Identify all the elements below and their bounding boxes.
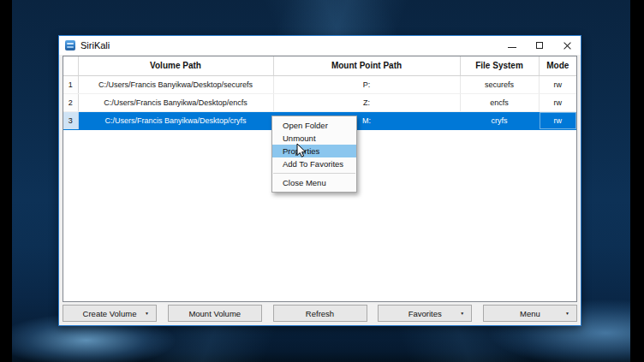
volume-path-cell[interactable]: C:/Users/Francis Banyikwa/Desktop/cryfs (78, 111, 273, 129)
create-volume-label: Create Volume (83, 309, 137, 318)
menu-item-unmount[interactable]: Unmount (272, 132, 356, 145)
file-system-cell[interactable]: encfs (460, 93, 539, 111)
chevron-down-icon: ▼ (145, 312, 149, 316)
bottom-button-row: Create Volume ▼ Mount Volume Refresh Fav… (63, 305, 577, 323)
column-header-volume-path[interactable]: Volume Path (78, 56, 273, 75)
maximize-button[interactable] (526, 36, 553, 55)
minimize-button[interactable] (498, 36, 526, 55)
table-row[interactable]: 2 C:/Users/Francis Banyikwa/Desktop/encf… (63, 93, 576, 111)
volume-path-cell[interactable]: C:/Users/Francis Banyikwa/Desktop/secure… (78, 75, 273, 93)
close-icon (564, 42, 571, 50)
mount-volume-button[interactable]: Mount Volume (168, 305, 262, 322)
row-number: 1 (63, 75, 78, 93)
mode-cell[interactable]: rw (539, 93, 576, 111)
row-number: 3 (63, 111, 78, 129)
menu-item-open-folder[interactable]: Open Folder (272, 119, 356, 132)
close-button[interactable] (553, 36, 581, 55)
menu-item-add-to-favorites[interactable]: Add To Favorites (272, 157, 356, 170)
minimize-icon (508, 47, 516, 48)
window-title: SiriKali (80, 40, 110, 50)
screen: SiriKali (0, 0, 644, 362)
menu-button[interactable]: Menu ▼ (483, 305, 577, 322)
chevron-down-icon: ▼ (565, 312, 569, 316)
titlebar[interactable]: SiriKali (59, 36, 581, 55)
maximize-icon (536, 42, 543, 49)
mode-cell[interactable]: rw (539, 75, 576, 93)
menu-item-close-menu[interactable]: Close Menu (272, 176, 356, 189)
favorites-button[interactable]: Favorites ▼ (378, 305, 472, 322)
volume-path-cell[interactable]: C:/Users/Francis Banyikwa/Desktop/encfs (78, 93, 273, 111)
mount-point-cell[interactable]: Z: (273, 93, 460, 111)
column-header-mount-point-path[interactable]: Mount Point Path (273, 56, 460, 75)
column-header-mode[interactable]: Mode (539, 56, 576, 75)
file-system-cell[interactable]: securefs (460, 75, 539, 93)
sirikali-app-icon (65, 40, 75, 50)
table-row[interactable]: 1 C:/Users/Francis Banyikwa/Desktop/secu… (63, 75, 576, 93)
mount-point-cell[interactable]: P: (273, 75, 460, 93)
context-menu: Open Folder Unmount Properties Add To Fa… (271, 116, 357, 193)
column-header-file-system[interactable]: File System (460, 56, 539, 75)
left-black-bar (0, 0, 12, 362)
menu-separator (273, 173, 355, 174)
chevron-down-icon: ▼ (460, 312, 464, 316)
window-controls (498, 36, 581, 55)
row-number: 2 (63, 93, 78, 111)
menu-item-properties[interactable]: Properties (272, 145, 356, 157)
mount-volume-label: Mount Volume (188, 309, 241, 318)
refresh-button[interactable]: Refresh (273, 305, 367, 322)
favorites-label: Favorites (408, 309, 442, 318)
create-volume-button[interactable]: Create Volume ▼ (63, 305, 157, 322)
file-system-cell[interactable]: cryfs (460, 111, 539, 129)
table-header-row: Volume Path Mount Point Path File System… (63, 56, 576, 75)
row-number-header (63, 56, 78, 75)
menu-label: Menu (520, 309, 540, 318)
refresh-label: Refresh (306, 309, 334, 318)
right-black-bar (630, 0, 644, 362)
mode-cell[interactable]: rw (539, 111, 576, 129)
